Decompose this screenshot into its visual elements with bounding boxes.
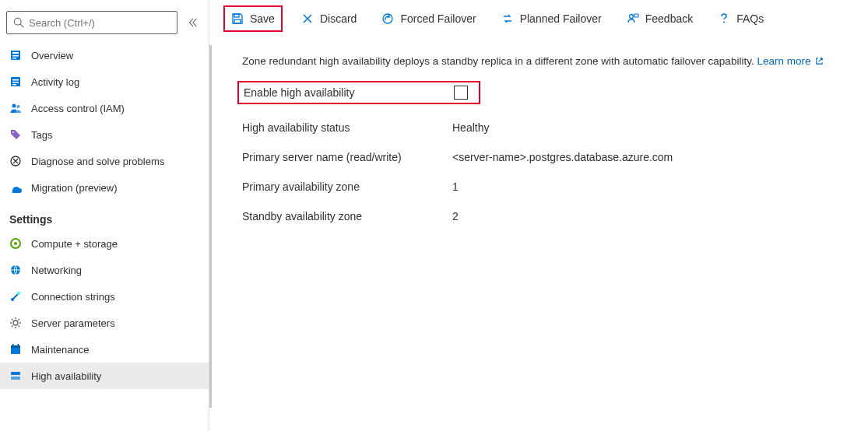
sidebar-item-networking[interactable]: Networking bbox=[0, 257, 209, 283]
forced-failover-icon bbox=[381, 12, 394, 25]
faqs-button[interactable]: FAQs bbox=[712, 5, 770, 32]
standby-zone-label: Standby availability zone bbox=[242, 210, 452, 223]
main: Save Discard Forced Failover Planned Fai… bbox=[209, 0, 868, 431]
networking-icon bbox=[9, 264, 22, 276]
discard-label: Discard bbox=[320, 12, 357, 25]
svg-rect-8 bbox=[12, 82, 19, 83]
connection-strings-icon bbox=[9, 290, 22, 303]
svg-point-10 bbox=[12, 104, 16, 108]
svg-rect-24 bbox=[11, 372, 20, 375]
sidebar-item-label: Server parameters bbox=[31, 317, 115, 329]
toolbar: Save Discard Forced Failover Planned Fai… bbox=[209, 0, 868, 37]
svg-rect-25 bbox=[11, 377, 20, 380]
search-box[interactable] bbox=[6, 11, 177, 34]
sidebar-item-label: Compute + storage bbox=[31, 238, 118, 250]
faqs-label: FAQs bbox=[736, 12, 764, 25]
sidebar-item-label: Connection strings bbox=[31, 291, 115, 303]
maintenance-icon bbox=[9, 343, 22, 356]
planned-failover-label: Planned Failover bbox=[520, 12, 602, 25]
description: Zone redundant high availability deploys… bbox=[242, 53, 846, 70]
sidebar-item-label: Maintenance bbox=[31, 344, 89, 356]
ha-status-value: Healthy bbox=[452, 121, 846, 134]
collapse-sidebar-button[interactable] bbox=[184, 13, 202, 32]
svg-rect-9 bbox=[12, 84, 16, 86]
svg-point-18 bbox=[17, 292, 20, 295]
save-button[interactable]: Save bbox=[223, 5, 283, 32]
iam-icon bbox=[9, 102, 22, 114]
svg-rect-30 bbox=[634, 14, 638, 17]
high-availability-icon bbox=[9, 370, 22, 382]
svg-point-0 bbox=[14, 18, 21, 25]
enable-ha-label: Enable high availability bbox=[239, 86, 449, 99]
description-text: Zone redundant high availability deploys… bbox=[242, 55, 754, 67]
feedback-button[interactable]: Feedback bbox=[620, 5, 699, 32]
tags-icon bbox=[9, 128, 22, 141]
svg-rect-27 bbox=[234, 19, 241, 23]
faqs-icon bbox=[718, 12, 730, 25]
save-icon bbox=[231, 12, 244, 25]
server-parameters-icon bbox=[9, 317, 22, 329]
search-input[interactable] bbox=[24, 17, 170, 29]
svg-rect-21 bbox=[11, 345, 20, 348]
save-label: Save bbox=[250, 12, 275, 25]
svg-line-1 bbox=[20, 24, 23, 27]
feedback-icon bbox=[627, 12, 639, 25]
details-grid: Enable high availability High availabili… bbox=[242, 81, 846, 223]
sidebar-item-label: Access control (IAM) bbox=[31, 103, 125, 114]
planned-failover-button[interactable]: Planned Failover bbox=[495, 5, 608, 32]
sidebar-item-tags[interactable]: Tags bbox=[0, 121, 209, 148]
planned-failover-icon bbox=[501, 12, 514, 25]
svg-rect-5 bbox=[12, 58, 16, 59]
diagnose-icon bbox=[9, 155, 22, 167]
sidebar-item-server-parameters[interactable]: Server parameters bbox=[0, 310, 209, 336]
standby-zone-value: 2 bbox=[452, 210, 846, 223]
svg-rect-7 bbox=[12, 79, 19, 81]
discard-button[interactable]: Discard bbox=[295, 5, 363, 32]
activity-log-icon bbox=[9, 75, 22, 88]
svg-rect-26 bbox=[234, 14, 239, 17]
enable-ha-checkbox[interactable] bbox=[454, 86, 468, 100]
chevron-double-left-icon bbox=[188, 17, 199, 28]
sidebar-item-maintenance[interactable]: Maintenance bbox=[0, 336, 209, 363]
app-root: Overview Activity log Access control (IA… bbox=[0, 0, 868, 431]
sidebar-section-settings: Settings bbox=[0, 201, 209, 230]
svg-point-12 bbox=[12, 131, 14, 133]
primary-zone-value: 1 bbox=[452, 180, 846, 193]
svg-rect-4 bbox=[12, 55, 19, 57]
enable-high-availability-row: Enable high availability bbox=[237, 81, 480, 104]
search-row bbox=[0, 11, 209, 42]
primary-name-label: Primary server name (read/write) bbox=[242, 151, 452, 163]
sidebar-item-label: Networking bbox=[31, 265, 82, 276]
svg-point-29 bbox=[629, 15, 633, 19]
ha-status-label: High availability status bbox=[242, 121, 452, 134]
sidebar-item-high-availability[interactable]: High availability bbox=[0, 363, 209, 389]
sidebar-item-label: Tags bbox=[31, 129, 52, 141]
svg-point-31 bbox=[723, 22, 725, 23]
sidebar-item-label: Overview bbox=[31, 50, 73, 61]
search-icon bbox=[13, 17, 24, 28]
sidebar-item-migration[interactable]: Migration (preview) bbox=[0, 174, 209, 201]
sidebar-item-access-control[interactable]: Access control (IAM) bbox=[0, 95, 209, 121]
nav: Overview Activity log Access control (IA… bbox=[0, 42, 209, 431]
forced-failover-button[interactable]: Forced Failover bbox=[375, 5, 482, 32]
sidebar-item-compute-storage[interactable]: Compute + storage bbox=[0, 230, 209, 257]
primary-name-value: <server-name>.postgres.database.azure.co… bbox=[452, 151, 846, 163]
feedback-label: Feedback bbox=[645, 12, 693, 25]
svg-point-15 bbox=[14, 242, 17, 245]
sidebar-item-label: Diagnose and solve problems bbox=[31, 156, 164, 167]
svg-rect-3 bbox=[12, 52, 19, 54]
svg-point-19 bbox=[13, 321, 18, 325]
learn-more-link[interactable]: Learn more bbox=[757, 55, 824, 67]
sidebar-item-connection-strings[interactable]: Connection strings bbox=[0, 283, 209, 310]
discard-icon bbox=[301, 12, 314, 25]
external-link-icon bbox=[815, 57, 824, 65]
sidebar-item-diagnose[interactable]: Diagnose and solve problems bbox=[0, 148, 209, 174]
forced-failover-label: Forced Failover bbox=[400, 12, 476, 25]
svg-point-11 bbox=[17, 105, 20, 108]
svg-rect-23 bbox=[18, 344, 19, 346]
primary-zone-label: Primary availability zone bbox=[242, 180, 452, 193]
overview-icon bbox=[9, 49, 22, 61]
svg-rect-22 bbox=[12, 344, 14, 346]
sidebar-item-activity-log[interactable]: Activity log bbox=[0, 68, 209, 95]
sidebar-item-overview[interactable]: Overview bbox=[0, 42, 209, 68]
